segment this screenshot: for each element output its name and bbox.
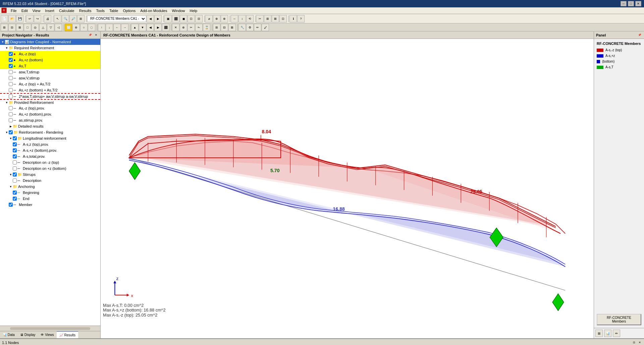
tb2-31[interactable]: ⚙ [246, 24, 254, 31]
tb2-25[interactable]: ✁ [195, 24, 203, 31]
tree-item-stirrups-desc[interactable]: ─ Description [0, 178, 100, 184]
tb-c3[interactable]: ⊗ [221, 15, 228, 22]
menu-view[interactable]: View [31, 8, 43, 13]
cb-desc-neg-z[interactable] [13, 160, 17, 164]
tb2-29[interactable]: ⊠ [228, 24, 236, 31]
bottom-float-icon[interactable]: ⊡ [632, 340, 636, 345]
tree-item-req-reinf[interactable]: ▼ 📁 Required Reinforcement [0, 45, 100, 51]
cb-as-stirrup-prov[interactable] [9, 118, 13, 122]
cb-stirrups-desc[interactable] [13, 179, 17, 183]
tb-b3[interactable]: ◼ [180, 15, 187, 22]
cb-combined[interactable] [9, 94, 13, 98]
panel-pin-icon[interactable]: 📌 [88, 33, 93, 38]
menu-table[interactable]: Table [107, 8, 120, 13]
cb-member[interactable] [9, 203, 13, 207]
tree-item-as-z-bot[interactable]: ● As,+z (bottom) [0, 57, 100, 63]
tb-b4[interactable]: ⊡ [187, 15, 195, 22]
tb2-30[interactable]: 🔧 [238, 24, 246, 31]
tree-item-as-z-top-t2[interactable]: ─ As,-z (top) + As,T/2 [0, 81, 100, 87]
tb2-18[interactable]: ▼ [139, 24, 146, 31]
menu-edit[interactable]: Edit [19, 8, 30, 13]
tree-item-as-z-top[interactable]: ● As,-z (top) [0, 51, 100, 57]
menu-addons[interactable]: Add-on Modules [138, 8, 169, 13]
expand-icon-prov-reinf[interactable]: ▼ [5, 100, 9, 105]
tb-b2[interactable]: ⬛ [172, 15, 179, 22]
tb2-9[interactable]: ⬜ [65, 24, 72, 31]
tb2-32[interactable]: ✏ [254, 24, 261, 31]
cb-as-z-bot-prov[interactable] [9, 112, 13, 116]
cb-desc-pos-z[interactable] [13, 166, 17, 170]
cb-asw-v[interactable] [9, 76, 13, 80]
tb2-27[interactable]: ⊞ [213, 24, 220, 31]
tb2-14[interactable]: ↓ [106, 24, 113, 31]
maximize-btn[interactable]: □ [628, 1, 634, 6]
tree-item-desc-pos-z[interactable]: ─ Description on +z (bottom) [0, 165, 100, 171]
menu-tools[interactable]: Tools [94, 8, 107, 13]
tb2-3[interactable]: ⊠ [16, 24, 23, 31]
tree-item-beginning[interactable]: ─ Beginning [0, 190, 100, 196]
expand-icon-long-reinf[interactable]: ▼ [9, 136, 13, 140]
tb2-5[interactable]: ◎ [32, 24, 39, 31]
tb-d1[interactable]: ↔ [231, 15, 238, 22]
tab-display[interactable]: 🖥 Display [17, 331, 38, 338]
tab-results[interactable]: 📈 Results [57, 331, 78, 338]
tb-e4[interactable]: ⊡ [279, 15, 287, 22]
cb-as-z-top-t2[interactable] [9, 82, 13, 86]
tree-item-stirrups[interactable]: ▼ 📁 Stirrups [0, 171, 100, 178]
tree-item-reinf-render[interactable]: ▼ 📁 Reinforcement - Rendering [0, 129, 100, 135]
tree-item-desc-neg-z[interactable]: ─ Description on -z (top) [0, 159, 100, 165]
cb-asw-t[interactable] [9, 70, 13, 74]
tb2-21[interactable]: ⬛ [162, 24, 169, 31]
tb-undo[interactable]: ↩ [26, 15, 34, 22]
expand-icon-diagrams[interactable]: ▼ [1, 40, 5, 44]
module-dropdown[interactable]: RF-CONCRETE Members CA1 - [87, 15, 146, 22]
tree-item-diagrams[interactable]: ▼ 📊 Diagrams Inter Coupled - Normalized [0, 39, 100, 45]
cb-as-z-top[interactable] [9, 52, 13, 56]
tree-item-asw-t[interactable]: ─ asw,T,stirrup [0, 69, 100, 75]
tree-item-combined[interactable]: ─ 2*asw,T,stirrup+ aw,V,stirrup a-sw,V,s… [0, 93, 100, 99]
tb-b1[interactable]: ▣ [164, 15, 172, 22]
tb-zoom-in[interactable]: 🔍 [62, 15, 69, 22]
menu-calculate[interactable]: Calculate [57, 8, 76, 13]
cb-end[interactable] [13, 197, 17, 201]
cb-as-z-top-prov2[interactable] [13, 142, 17, 146]
expand-icon-req-reinf[interactable]: ▼ [5, 46, 9, 50]
tb2-33[interactable]: 🖊 [262, 24, 269, 31]
menu-window[interactable]: Window [170, 8, 187, 13]
tree-item-member[interactable]: ─ Member [0, 202, 100, 208]
tb-prev[interactable]: ◀ [147, 15, 154, 22]
tab-views[interactable]: 👁 Views [38, 331, 56, 338]
cb-beginning[interactable] [13, 191, 17, 195]
tab-data[interactable]: 📊 Data [0, 331, 17, 338]
rp-icon-2[interactable]: 📊 [604, 330, 611, 337]
tb2-20[interactable]: ▶ [154, 24, 162, 31]
cb-as-t[interactable] [9, 64, 13, 68]
tb2-23[interactable]: ⊗ [180, 24, 187, 31]
menu-insert[interactable]: Insert [43, 8, 56, 13]
tree-item-as-z-bot-prov[interactable]: ─ As,+z (bottom),prov. [0, 111, 100, 117]
tree-item-as-z-bot-t2[interactable]: ─ As,+z (bottom) + As,T/2 [0, 87, 100, 93]
tb2-26[interactable]: ⌛ [203, 24, 210, 31]
tb2-24[interactable]: ✂ [187, 24, 195, 31]
expand-icon-anchoring[interactable]: ▼ [9, 185, 13, 189]
tree-item-anchoring[interactable]: ▼ 📁 Anchoring [0, 184, 100, 190]
tb-e1[interactable]: ✂ [256, 15, 264, 22]
tb-next[interactable]: ▶ [154, 15, 162, 22]
viewport[interactable]: x z [101, 39, 594, 338]
close-btn[interactable]: ✕ [635, 1, 641, 6]
rf-concrete-button[interactable]: RF-CONCRETE Members [597, 314, 641, 325]
tb-c1[interactable]: ⌀ [205, 15, 213, 22]
expand-icon-reinf-render[interactable]: ▼ [5, 130, 9, 134]
tb2-11[interactable]: ○ [80, 24, 88, 31]
tb-e3[interactable]: ⊠ [272, 15, 279, 22]
cb-as-z-bot-t2[interactable] [9, 88, 13, 92]
cb-as-z-bot[interactable] [9, 58, 13, 62]
bottom-close-icon[interactable]: ✕ [637, 340, 642, 345]
panel-close-icon[interactable]: ✕ [94, 33, 98, 38]
tb-e2[interactable]: ⊞ [264, 15, 271, 22]
tree-item-as-z-top-prov2[interactable]: ─ A-s,z (top),prov. [0, 141, 100, 147]
tb2-7[interactable]: ▽ [47, 24, 54, 31]
tree-item-as-total-prov[interactable]: ─ A-s,total,prov. [0, 153, 100, 159]
tree-item-long-reinf[interactable]: ▼ 📁 Longitudinal reinforcement [0, 135, 100, 141]
tb2-2[interactable]: ⊟ [8, 24, 16, 31]
